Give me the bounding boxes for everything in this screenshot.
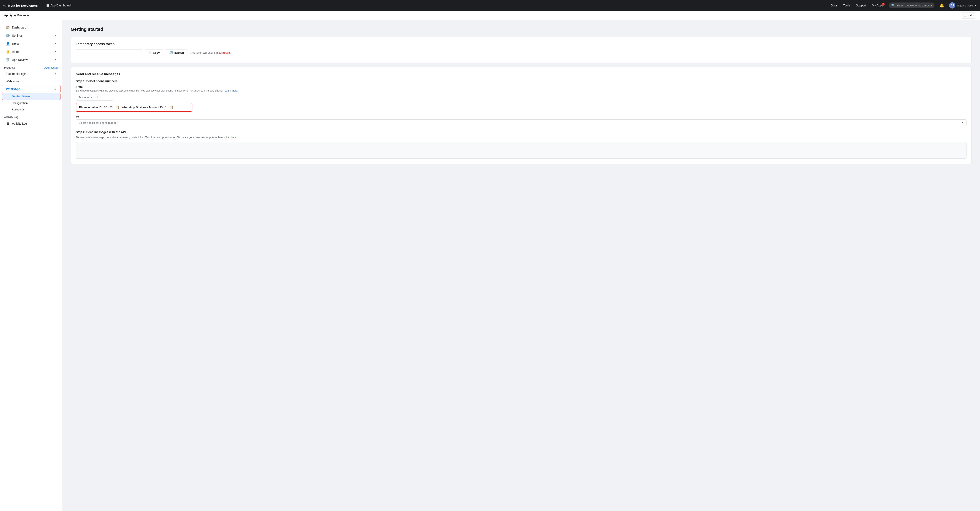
phone-number-id-label: Phone number ID: 10 xyxy=(79,105,107,109)
refresh-icon: 🔄 xyxy=(169,51,173,54)
user-name: Sojan V Jose xyxy=(957,4,973,7)
sidebar-alerts-label: Alerts xyxy=(12,50,19,53)
to-phone-select[interactable]: Select a recipient phone number ▼ xyxy=(76,120,966,126)
sidebar-item-dashboard[interactable]: 🏠 Dashboard xyxy=(2,23,60,31)
avatar-caret-icon: ▼ xyxy=(975,4,977,6)
main-content: Getting started Temporary access token 📋… xyxy=(62,20,980,511)
user-avatar[interactable]: SJ Sojan V Jose ▼ xyxy=(949,2,977,8)
sidebar-item-webhooks[interactable]: Webhooks xyxy=(2,78,60,85)
to-label: To xyxy=(76,115,966,118)
sidebar-resources-label: Resources xyxy=(12,108,24,111)
home-icon: 🏠 xyxy=(6,26,10,29)
sidebar-item-roles-left: 👤 Roles xyxy=(6,42,19,46)
bell-alerts-icon: 🔔 xyxy=(6,50,10,54)
sidebar-item-whatsapp[interactable]: WhatsApp ▲ xyxy=(2,85,60,93)
step2-title: Step 2: Send messages with the API xyxy=(76,130,966,134)
docs-link[interactable]: Docs xyxy=(828,3,840,8)
bell-icon[interactable]: 🔔 xyxy=(938,2,946,8)
sidebar-dashboard-label: Dashboard xyxy=(12,26,26,29)
token-expire-text: This token will expire in 23 hours. xyxy=(190,51,231,54)
list-icon: ☰ xyxy=(6,121,10,125)
copy-label: Copy xyxy=(153,51,160,54)
sidebar-item-activity-log-left: ☰ Activity Log xyxy=(6,121,27,125)
refresh-button[interactable]: 🔄 Refresh xyxy=(166,49,188,56)
sidebar-item-getting-started[interactable]: Getting Started xyxy=(2,93,60,100)
sidebar-item-configuration[interactable]: Configuration xyxy=(2,100,60,106)
add-product-button[interactable]: Add Product xyxy=(44,66,58,69)
sidebar-item-facebook-login[interactable]: Facebook Login ▼ xyxy=(2,70,60,78)
refresh-label: Refresh xyxy=(174,51,184,54)
sidebar-item-webhooks-left: Webhooks xyxy=(6,80,19,83)
settings-caret-icon: ▼ xyxy=(54,34,56,37)
from-description: Send free messages with the provided tes… xyxy=(76,89,966,92)
sidebar-item-settings-left: ⚙️ Settings xyxy=(6,34,23,37)
meta-logo-icon: ∞ xyxy=(3,3,6,8)
sidebar-item-dashboard-left: 🏠 Dashboard xyxy=(6,26,26,29)
help-button[interactable]: ⓘ Help xyxy=(961,12,976,19)
shield-icon: 🛡️ xyxy=(6,58,10,62)
phone-id-row: Phone number ID: 10 63 📋 WhatsApp Busine… xyxy=(76,103,192,112)
phone-id-copy-icon[interactable]: 📋 xyxy=(115,105,119,109)
gear-icon: ⚙️ xyxy=(6,34,10,37)
whatsapp-account-copy-icon[interactable]: 📋 xyxy=(169,105,173,109)
sidebar-whatsapp-label: WhatsApp xyxy=(6,87,21,91)
hamburger-icon: ☰ xyxy=(46,3,49,8)
subheader: App type: Business ⓘ Help xyxy=(0,11,980,20)
sidebar-item-alerts-left: 🔔 Alerts xyxy=(6,50,19,54)
sidebar: 🏠 Dashboard ⚙️ Settings ▼ 👤 Roles ▼ 🔔 Al… xyxy=(0,20,62,511)
alerts-caret-icon: ▼ xyxy=(54,51,56,53)
app-type-prefix: App type: xyxy=(4,14,17,17)
token-row: 📋 Copy 🔄 Refresh This token will expire … xyxy=(76,49,966,56)
copy-icon: 📋 xyxy=(148,51,152,54)
sidebar-configuration-label: Configuration xyxy=(12,102,28,105)
my-apps-badge: 2 xyxy=(881,3,885,6)
search-bar[interactable]: 🔍 xyxy=(889,3,934,8)
from-number-input: Test number: +1 xyxy=(76,94,113,101)
sidebar-item-app-review[interactable]: 🛡️ App Review ▼ xyxy=(2,56,60,64)
activity-log-section-label: Activity Log xyxy=(0,113,62,120)
to-select-caret-icon: ▼ xyxy=(962,122,964,124)
my-apps-link[interactable]: My Apps 2 xyxy=(869,3,886,8)
to-phone-placeholder: Select a recipient phone number xyxy=(78,121,118,125)
learn-more-link[interactable]: Learn more. xyxy=(224,89,238,92)
meta-logo-text: Meta for Developers xyxy=(8,4,38,7)
code-command-box xyxy=(76,142,966,159)
sidebar-item-roles[interactable]: 👤 Roles ▼ xyxy=(2,40,60,48)
sidebar-item-app-review-left: 🛡️ App Review xyxy=(6,58,28,62)
sidebar-products-label: Products xyxy=(4,66,15,69)
tools-link[interactable]: Tools xyxy=(841,3,853,8)
token-section-title: Temporary access token xyxy=(76,42,966,46)
search-input[interactable] xyxy=(896,4,932,7)
sidebar-item-activity-log[interactable]: ☰ Activity Log xyxy=(2,120,60,128)
sidebar-webhooks-label: Webhooks xyxy=(6,80,19,83)
sidebar-getting-started-label: Getting Started xyxy=(12,95,31,98)
here-link[interactable]: here. xyxy=(231,136,237,139)
app-type-info: App type: Business xyxy=(4,14,29,17)
sidebar-item-resources[interactable]: Resources xyxy=(2,106,60,113)
sidebar-item-settings[interactable]: ⚙️ Settings ▼ xyxy=(2,31,60,40)
copy-button[interactable]: 📋 Copy xyxy=(145,49,163,56)
sidebar-item-alerts[interactable]: 🔔 Alerts ▼ xyxy=(2,48,60,56)
whatsapp-account-id-label: WhatsApp Business Account ID: 1 xyxy=(122,105,167,109)
facebook-login-caret-icon: ▼ xyxy=(54,73,56,75)
nav-links: Docs Tools Support My Apps 2 xyxy=(828,3,885,8)
sidebar-item-facebook-login-left: Facebook Login xyxy=(6,72,27,75)
sidebar-products-row: Products Add Product xyxy=(0,64,62,70)
page-title: Getting started xyxy=(71,27,972,32)
whatsapp-caret-icon: ▲ xyxy=(54,88,56,90)
roles-icon: 👤 xyxy=(6,42,10,46)
token-card: Temporary access token 📋 Copy 🔄 Refresh … xyxy=(71,37,972,63)
phone-id-separator: 63 xyxy=(110,105,113,109)
nav-divider xyxy=(42,3,42,8)
sidebar-facebook-login-label: Facebook Login xyxy=(6,72,27,75)
meta-logo[interactable]: ∞ Meta for Developers xyxy=(3,3,38,8)
app-dashboard-nav[interactable]: ☰ App Dashboard xyxy=(46,3,71,8)
token-input[interactable] xyxy=(76,49,142,56)
help-circle-icon: ⓘ xyxy=(964,14,966,17)
app-review-caret-icon: ▼ xyxy=(54,59,56,61)
send-receive-card: Send and receive messages Step 1: Select… xyxy=(71,67,972,164)
send-receive-title: Send and receive messages xyxy=(76,72,966,76)
support-link[interactable]: Support xyxy=(853,3,869,8)
sidebar-settings-label: Settings xyxy=(12,34,23,37)
step2-description: To send a test message, copy this comman… xyxy=(76,136,966,139)
